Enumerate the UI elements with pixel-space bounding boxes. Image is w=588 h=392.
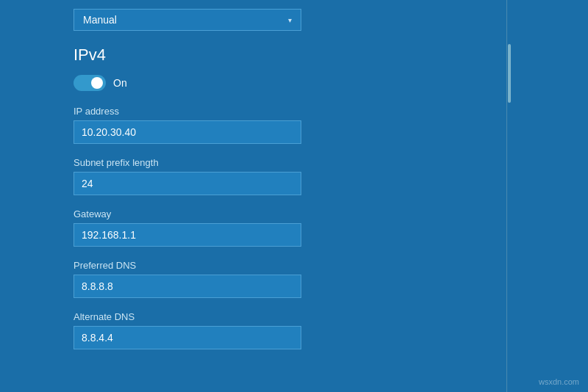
ip-config-dropdown[interactable]: Manual ▾ (74, 9, 301, 31)
ipv4-toggle[interactable] (74, 75, 106, 91)
field-group-1: Subnet prefix length (74, 157, 570, 195)
field-label-0: IP address (74, 106, 570, 117)
dropdown-value: Manual (83, 14, 117, 26)
field-label-4: Alternate DNS (74, 311, 570, 322)
field-group-0: IP address (74, 106, 570, 144)
field-label-1: Subnet prefix length (74, 157, 570, 168)
field-group-4: Alternate DNS (74, 311, 570, 349)
toggle-state-label: On (113, 77, 127, 89)
scrollbar-handle[interactable] (508, 44, 511, 103)
field-label-2: Gateway (74, 208, 570, 219)
ipv4-section-title: IPv4 (74, 46, 570, 65)
field-input-3[interactable] (74, 275, 301, 298)
field-group-2: Gateway (74, 208, 570, 247)
scrollbar-track (506, 0, 507, 392)
field-label-3: Preferred DNS (74, 260, 570, 271)
field-group-3: Preferred DNS (74, 260, 570, 298)
ipv4-toggle-row: On (74, 75, 570, 91)
dropdown-container: Manual ▾ (74, 9, 570, 31)
toggle-thumb (91, 77, 103, 89)
main-content: Manual ▾ IPv4 On IP addressSubnet prefix… (0, 0, 588, 380)
dropdown-arrow-icon: ▾ (288, 16, 292, 24)
field-input-2[interactable] (74, 223, 301, 247)
fields-container: IP addressSubnet prefix lengthGatewayPre… (74, 106, 570, 349)
field-input-1[interactable] (74, 172, 301, 195)
watermark: wsxdn.com (539, 377, 579, 386)
field-input-0[interactable] (74, 120, 301, 144)
field-input-4[interactable] (74, 326, 301, 349)
